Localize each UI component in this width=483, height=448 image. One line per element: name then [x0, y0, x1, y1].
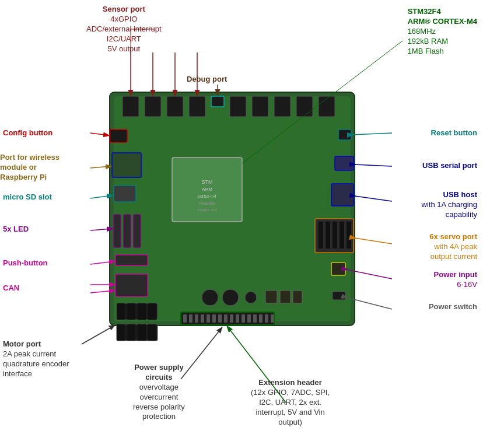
- extension-header-label: Extension header (12x GPIO, 7ADC, SPI, I…: [251, 378, 330, 427]
- usb-serial-label: USB serial port: [422, 161, 477, 171]
- svg-rect-68: [280, 290, 290, 303]
- svg-rect-18: [116, 255, 148, 265]
- svg-rect-33: [340, 222, 344, 249]
- svg-line-81: [90, 229, 112, 230]
- svg-line-78: [90, 133, 108, 135]
- svg-point-64: [202, 289, 218, 306]
- svg-line-89: [346, 270, 392, 279]
- svg-rect-32: [332, 222, 337, 249]
- svg-rect-35: [331, 262, 345, 275]
- svg-rect-55: [253, 314, 257, 323]
- svg-rect-52: [236, 314, 239, 323]
- svg-line-90: [346, 298, 392, 309]
- led-label: 5x LED: [3, 225, 29, 235]
- svg-rect-19: [116, 274, 148, 296]
- pcb-diagram: STM ARM cortex-m4 Husarion CORE2 v1.0: [0, 0, 483, 448]
- can-label: CAN: [3, 284, 19, 293]
- microsd-label: micro SD slot: [3, 192, 52, 202]
- svg-rect-59: [117, 324, 158, 341]
- svg-rect-44: [189, 314, 192, 323]
- svg-rect-6: [211, 96, 224, 107]
- svg-text:STM: STM: [202, 179, 213, 185]
- svg-rect-7: [230, 96, 246, 117]
- svg-rect-29: [315, 219, 354, 253]
- power-input-label: Power input 6-16V: [434, 270, 477, 290]
- config-button-label: Config button: [3, 128, 52, 138]
- svg-rect-30: [318, 222, 323, 249]
- svg-line-80: [90, 195, 112, 198]
- svg-rect-56: [259, 314, 262, 323]
- svg-rect-54: [247, 314, 251, 323]
- svg-point-66: [245, 292, 257, 303]
- svg-line-79: [90, 166, 111, 168]
- svg-rect-42: [181, 312, 274, 325]
- svg-text:ARM: ARM: [202, 187, 212, 192]
- svg-line-91: [82, 326, 114, 344]
- power-switch-label: Power switch: [429, 302, 477, 312]
- svg-rect-27: [335, 156, 354, 170]
- svg-rect-46: [201, 314, 204, 323]
- svg-rect-63: [148, 324, 156, 341]
- reset-button-label: Reset button: [431, 128, 477, 138]
- svg-rect-5: [189, 96, 205, 117]
- sensor-port-label: Sensor port 4xGPIO ADC/external interrup…: [86, 5, 162, 54]
- svg-rect-14: [114, 186, 136, 202]
- svg-rect-20: [172, 158, 242, 222]
- servo-port-label: 6x servo port with 4A peak output curren…: [429, 232, 477, 262]
- svg-rect-15: [114, 215, 121, 247]
- svg-rect-50: [224, 314, 228, 323]
- svg-text:CORE2 v1.0: CORE2 v1.0: [197, 208, 217, 212]
- svg-rect-36: [332, 292, 345, 300]
- svg-rect-39: [127, 303, 135, 320]
- svg-line-86: [355, 164, 392, 166]
- svg-rect-11: [318, 96, 335, 117]
- svg-rect-62: [138, 324, 146, 341]
- debug-port-label: Debug port: [187, 75, 227, 85]
- usb-host-label: USB host with 1A charging capability: [422, 190, 477, 220]
- svg-rect-12: [110, 130, 127, 142]
- svg-rect-60: [117, 324, 125, 341]
- svg-rect-4: [167, 96, 183, 117]
- svg-rect-0: [110, 92, 355, 326]
- svg-line-77: [242, 41, 402, 163]
- svg-rect-9: [274, 96, 290, 117]
- svg-line-85: [352, 133, 392, 135]
- svg-point-65: [222, 289, 239, 306]
- svg-rect-37: [117, 303, 158, 320]
- svg-rect-13: [112, 153, 141, 177]
- svg-rect-43: [183, 314, 187, 323]
- svg-line-82: [90, 261, 114, 264]
- svg-rect-8: [252, 96, 268, 117]
- stm32-label: STM32F4 ARM® CORTEX-M4 168MHz 192kB RAM …: [408, 7, 477, 56]
- svg-rect-67: [265, 290, 277, 303]
- svg-rect-17: [134, 215, 141, 247]
- svg-rect-38: [117, 303, 125, 320]
- svg-rect-69: [293, 290, 302, 303]
- svg-rect-49: [218, 314, 222, 323]
- power-supply-label: Power supplycircuits overvoltage overcur…: [133, 363, 185, 422]
- svg-line-84: [90, 290, 114, 293]
- svg-rect-57: [265, 314, 268, 323]
- svg-rect-2: [123, 96, 139, 117]
- svg-rect-53: [242, 314, 245, 323]
- svg-text:Husarion: Husarion: [199, 201, 215, 205]
- svg-rect-48: [212, 314, 216, 323]
- svg-rect-26: [338, 130, 351, 140]
- svg-rect-58: [271, 314, 274, 323]
- wireless-port-label: Port for wirelessmodule or Raspberry Pi: [0, 153, 76, 183]
- pushbutton-label: Push-button: [3, 258, 48, 268]
- svg-rect-47: [206, 314, 210, 323]
- svg-text:cortex-m4: cortex-m4: [198, 194, 216, 198]
- svg-line-87: [355, 196, 392, 201]
- svg-rect-41: [148, 303, 156, 320]
- svg-rect-1: [114, 96, 351, 321]
- svg-rect-34: [346, 222, 351, 249]
- diagram-container: STM ARM cortex-m4 Husarion CORE2 v1.0: [0, 0, 483, 448]
- motor-port-label: Motor port 2A peak current quadrature en…: [3, 340, 69, 379]
- svg-line-92: [181, 328, 222, 379]
- svg-rect-51: [230, 314, 233, 323]
- svg-rect-61: [127, 324, 135, 341]
- svg-rect-31: [326, 222, 330, 249]
- svg-rect-16: [124, 215, 131, 247]
- svg-rect-45: [195, 314, 198, 323]
